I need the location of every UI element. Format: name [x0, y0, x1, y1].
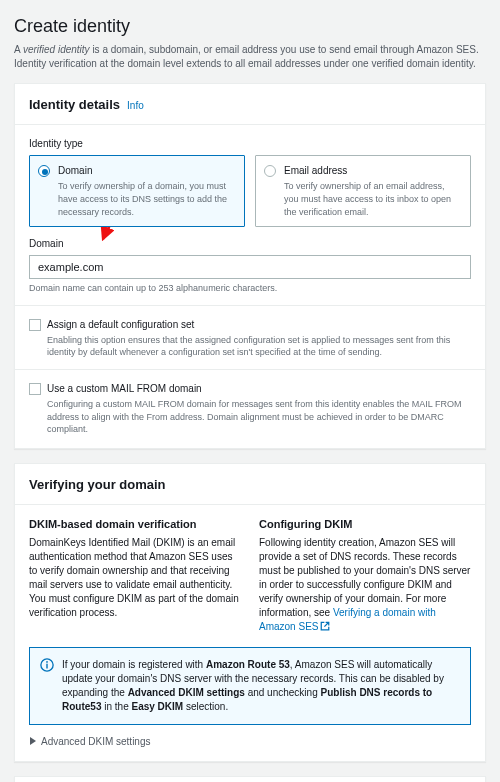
- identity-type-label: Identity type: [29, 137, 471, 151]
- page-subtitle: A verified identity is a domain, subdoma…: [14, 43, 486, 71]
- dkim-verification-text: DomainKeys Identified Mail (DKIM) is an …: [29, 536, 241, 620]
- email-tile-desc: To verify ownership of an email address,…: [284, 180, 460, 218]
- svg-point-1: [46, 661, 48, 663]
- caret-right-icon: [29, 735, 37, 749]
- svg-rect-2: [46, 664, 47, 669]
- checkbox-icon: [29, 383, 41, 395]
- identity-details-info-link[interactable]: Info: [127, 100, 144, 111]
- route53-info-box: If your domain is registered with Amazon…: [29, 647, 471, 725]
- identity-type-domain-tile[interactable]: Domain To verify ownership of a domain, …: [29, 155, 245, 227]
- domain-input[interactable]: [29, 255, 471, 279]
- assign-config-set-checkbox[interactable]: Assign a default configuration set: [29, 318, 471, 332]
- external-link-icon: [320, 621, 330, 635]
- custom-mail-from-checkbox[interactable]: Use a custom MAIL FROM domain: [29, 382, 471, 396]
- custom-mail-from-desc: Configuring a custom MAIL FROM domain fo…: [47, 398, 471, 436]
- domain-field-label: Domain: [29, 237, 471, 251]
- email-tile-title: Email address: [284, 164, 460, 178]
- verify-domain-heading: Verifying your domain: [29, 477, 166, 492]
- domain-helper-text: Domain name can contain up to 253 alphan…: [29, 282, 471, 295]
- advanced-dkim-expander[interactable]: Advanced DKIM settings: [29, 735, 471, 749]
- checkbox-icon: [29, 319, 41, 331]
- tags-panel: Tags - optional Info You can add one or …: [14, 776, 486, 782]
- verify-domain-panel: Verifying your domain DKIM-based domain …: [14, 463, 486, 763]
- domain-tile-desc: To verify ownership of a domain, you mus…: [58, 180, 234, 218]
- assign-config-set-desc: Enabling this option ensures that the as…: [47, 334, 471, 359]
- identity-details-panel: Identity details Info Identity type Doma…: [14, 83, 486, 449]
- configuring-dkim-title: Configuring DKIM: [259, 517, 471, 532]
- radio-icon: [38, 165, 50, 177]
- dkim-verification-title: DKIM-based domain verification: [29, 517, 241, 532]
- info-icon: [40, 658, 54, 676]
- page-title: Create identity: [14, 14, 486, 39]
- domain-tile-title: Domain: [58, 164, 234, 178]
- radio-icon: [264, 165, 276, 177]
- configuring-dkim-text: Following identity creation, Amazon SES …: [259, 536, 471, 635]
- identity-type-email-tile[interactable]: Email address To verify ownership of an …: [255, 155, 471, 227]
- identity-details-heading: Identity details: [29, 97, 120, 112]
